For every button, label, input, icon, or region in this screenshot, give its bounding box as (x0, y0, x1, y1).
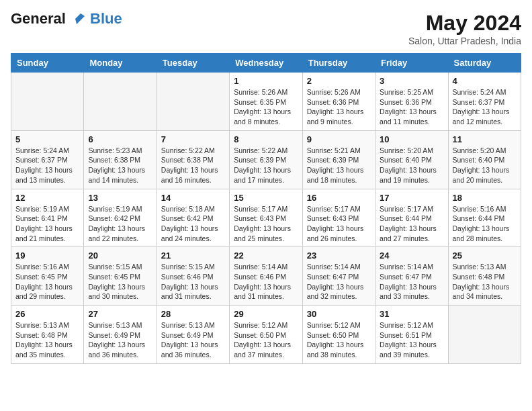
calendar-cell: 1Sunrise: 5:26 AM Sunset: 6:35 PM Daylig… (230, 73, 302, 131)
day-number: 16 (307, 193, 371, 203)
calendar-cell: 13Sunrise: 5:19 AM Sunset: 6:42 PM Dayli… (84, 189, 157, 247)
day-header-wednesday: Wednesday (230, 54, 302, 73)
logo-bird-icon (71, 12, 89, 27)
calendar-cell (448, 306, 521, 364)
day-info: Sunrise: 5:24 AM Sunset: 6:37 PM Dayligh… (15, 146, 79, 185)
day-number: 22 (234, 250, 298, 261)
day-number: 24 (380, 250, 443, 261)
calendar-cell: 2Sunrise: 5:26 AM Sunset: 6:36 PM Daylig… (302, 73, 375, 131)
month-title: May 2024 (408, 11, 521, 36)
calendar-cell: 8Sunrise: 5:22 AM Sunset: 6:39 PM Daylig… (230, 130, 302, 189)
day-number: 27 (88, 309, 152, 319)
calendar-cell: 6Sunrise: 5:23 AM Sunset: 6:38 PM Daylig… (84, 130, 157, 189)
day-number: 30 (307, 309, 371, 319)
day-number: 14 (161, 193, 225, 203)
calendar-cell: 14Sunrise: 5:18 AM Sunset: 6:42 PM Dayli… (157, 189, 229, 247)
day-info: Sunrise: 5:19 AM Sunset: 6:42 PM Dayligh… (88, 204, 152, 244)
day-info: Sunrise: 5:21 AM Sunset: 6:39 PM Dayligh… (307, 146, 371, 185)
day-number: 31 (380, 309, 443, 319)
day-info: Sunrise: 5:13 AM Sunset: 6:48 PM Dayligh… (453, 262, 517, 302)
day-info: Sunrise: 5:16 AM Sunset: 6:44 PM Dayligh… (453, 204, 517, 244)
calendar-cell: 21Sunrise: 5:15 AM Sunset: 6:46 PM Dayli… (157, 247, 229, 306)
day-info: Sunrise: 5:15 AM Sunset: 6:46 PM Dayligh… (161, 262, 225, 302)
day-header-monday: Monday (84, 54, 157, 73)
day-info: Sunrise: 5:17 AM Sunset: 6:43 PM Dayligh… (307, 204, 371, 244)
calendar-table: SundayMondayTuesdayWednesdayThursdayFrid… (11, 53, 521, 364)
day-header-tuesday: Tuesday (157, 54, 229, 73)
day-number: 3 (380, 76, 443, 86)
day-number: 19 (15, 250, 79, 261)
day-number: 28 (161, 309, 225, 319)
calendar-cell: 17Sunrise: 5:17 AM Sunset: 6:44 PM Dayli… (375, 189, 448, 247)
calendar-cell: 12Sunrise: 5:19 AM Sunset: 6:41 PM Dayli… (11, 189, 84, 247)
calendar-cell: 22Sunrise: 5:14 AM Sunset: 6:46 PM Dayli… (230, 247, 302, 306)
calendar-cell (157, 73, 229, 131)
day-info: Sunrise: 5:12 AM Sunset: 6:50 PM Dayligh… (307, 320, 371, 360)
calendar-week-2: 12Sunrise: 5:19 AM Sunset: 6:41 PM Dayli… (11, 189, 521, 247)
calendar-cell: 23Sunrise: 5:14 AM Sunset: 6:47 PM Dayli… (302, 247, 375, 306)
logo-text-general: General (11, 10, 66, 27)
day-info: Sunrise: 5:12 AM Sunset: 6:51 PM Dayligh… (380, 320, 443, 360)
day-info: Sunrise: 5:14 AM Sunset: 6:47 PM Dayligh… (380, 262, 443, 302)
day-info: Sunrise: 5:22 AM Sunset: 6:39 PM Dayligh… (234, 146, 298, 185)
calendar-week-1: 5Sunrise: 5:24 AM Sunset: 6:37 PM Daylig… (11, 130, 521, 189)
day-info: Sunrise: 5:20 AM Sunset: 6:40 PM Dayligh… (453, 146, 517, 185)
day-number: 2 (307, 76, 371, 86)
day-number: 17 (380, 193, 443, 203)
calendar-cell: 28Sunrise: 5:13 AM Sunset: 6:49 PM Dayli… (157, 306, 229, 364)
day-number: 1 (234, 76, 298, 86)
logo-text-blue: Blue (90, 11, 122, 27)
day-header-sunday: Sunday (11, 54, 84, 73)
day-number: 7 (161, 134, 225, 144)
svg-marker-0 (75, 13, 89, 24)
calendar-cell: 9Sunrise: 5:21 AM Sunset: 6:39 PM Daylig… (302, 130, 375, 189)
day-info: Sunrise: 5:13 AM Sunset: 6:48 PM Dayligh… (15, 320, 79, 360)
calendar-week-3: 19Sunrise: 5:16 AM Sunset: 6:45 PM Dayli… (11, 247, 521, 306)
day-number: 13 (88, 193, 152, 203)
day-info: Sunrise: 5:14 AM Sunset: 6:47 PM Dayligh… (307, 262, 371, 302)
page-header: General Blue May 2024 Salon, Uttar Prade… (11, 11, 521, 46)
calendar-cell: 30Sunrise: 5:12 AM Sunset: 6:50 PM Dayli… (302, 306, 375, 364)
day-header-thursday: Thursday (302, 54, 375, 73)
calendar-cell: 16Sunrise: 5:17 AM Sunset: 6:43 PM Dayli… (302, 189, 375, 247)
calendar-cell: 19Sunrise: 5:16 AM Sunset: 6:45 PM Dayli… (11, 247, 84, 306)
calendar-cell: 20Sunrise: 5:15 AM Sunset: 6:45 PM Dayli… (84, 247, 157, 306)
day-header-friday: Friday (375, 54, 448, 73)
day-number: 10 (380, 134, 443, 144)
logo: General Blue (11, 11, 122, 27)
day-number: 18 (453, 193, 517, 203)
day-info: Sunrise: 5:24 AM Sunset: 6:37 PM Dayligh… (453, 87, 517, 127)
day-number: 6 (88, 134, 152, 144)
day-info: Sunrise: 5:16 AM Sunset: 6:45 PM Dayligh… (15, 262, 79, 302)
day-info: Sunrise: 5:13 AM Sunset: 6:49 PM Dayligh… (161, 320, 225, 360)
calendar-cell: 26Sunrise: 5:13 AM Sunset: 6:48 PM Dayli… (11, 306, 84, 364)
day-info: Sunrise: 5:12 AM Sunset: 6:50 PM Dayligh… (234, 320, 298, 360)
day-number: 21 (161, 250, 225, 261)
calendar-cell (84, 73, 157, 131)
day-info: Sunrise: 5:23 AM Sunset: 6:38 PM Dayligh… (88, 146, 152, 185)
calendar-cell: 10Sunrise: 5:20 AM Sunset: 6:40 PM Dayli… (375, 130, 448, 189)
day-info: Sunrise: 5:25 AM Sunset: 6:36 PM Dayligh… (380, 87, 443, 127)
calendar-cell: 25Sunrise: 5:13 AM Sunset: 6:48 PM Dayli… (448, 247, 521, 306)
day-number: 11 (453, 134, 517, 144)
calendar-cell: 18Sunrise: 5:16 AM Sunset: 6:44 PM Dayli… (448, 189, 521, 247)
day-info: Sunrise: 5:26 AM Sunset: 6:35 PM Dayligh… (234, 87, 298, 127)
location: Salon, Uttar Pradesh, India (408, 36, 521, 46)
day-number: 23 (307, 250, 371, 261)
calendar-week-0: 1Sunrise: 5:26 AM Sunset: 6:35 PM Daylig… (11, 73, 521, 131)
day-info: Sunrise: 5:13 AM Sunset: 6:49 PM Dayligh… (88, 320, 152, 360)
day-number: 26 (15, 309, 79, 319)
day-number: 15 (234, 193, 298, 203)
calendar-cell: 15Sunrise: 5:17 AM Sunset: 6:43 PM Dayli… (230, 189, 302, 247)
calendar-cell: 4Sunrise: 5:24 AM Sunset: 6:37 PM Daylig… (448, 73, 521, 131)
day-info: Sunrise: 5:26 AM Sunset: 6:36 PM Dayligh… (307, 87, 371, 127)
calendar-cell: 27Sunrise: 5:13 AM Sunset: 6:49 PM Dayli… (84, 306, 157, 364)
calendar-cell: 29Sunrise: 5:12 AM Sunset: 6:50 PM Dayli… (230, 306, 302, 364)
day-number: 12 (15, 193, 79, 203)
day-number: 8 (234, 134, 298, 144)
title-area: May 2024 Salon, Uttar Pradesh, India (408, 11, 521, 46)
day-info: Sunrise: 5:17 AM Sunset: 6:43 PM Dayligh… (234, 204, 298, 244)
calendar-cell: 3Sunrise: 5:25 AM Sunset: 6:36 PM Daylig… (375, 73, 448, 131)
day-info: Sunrise: 5:18 AM Sunset: 6:42 PM Dayligh… (161, 204, 225, 244)
day-info: Sunrise: 5:20 AM Sunset: 6:40 PM Dayligh… (380, 146, 443, 185)
